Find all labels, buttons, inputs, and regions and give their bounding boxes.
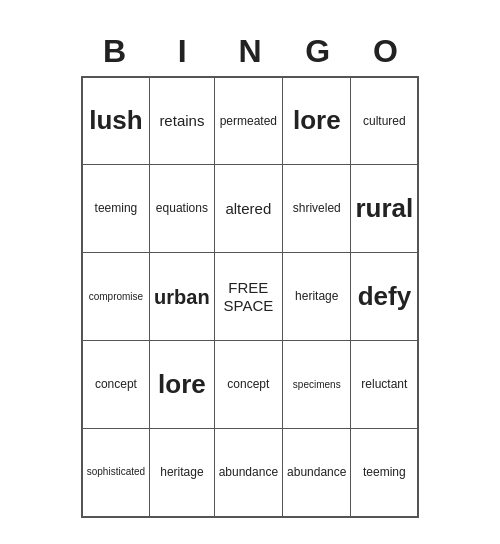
bingo-cell: FREESPACE (214, 253, 282, 341)
cell-text: heritage (154, 465, 210, 479)
bingo-cell: lore (150, 341, 215, 429)
header-letter: G (284, 27, 352, 76)
table-row: sophisticatedheritageabundanceabundancet… (82, 429, 419, 517)
bingo-cell: defy (351, 253, 418, 341)
cell-text: altered (219, 200, 278, 218)
cell-text: teeming (355, 465, 413, 479)
header-letter: N (216, 27, 284, 76)
bingo-cell: heritage (283, 253, 351, 341)
bingo-cell: specimens (283, 341, 351, 429)
bingo-cell: lore (283, 77, 351, 165)
cell-text: abundance (287, 465, 346, 479)
cell-text: abundance (219, 465, 278, 479)
bingo-cell: rural (351, 165, 418, 253)
cell-text: reluctant (355, 377, 413, 391)
cell-text: equations (154, 201, 210, 215)
cell-text: shriveled (287, 201, 346, 215)
header-letter: B (81, 27, 149, 76)
cell-text: FREESPACE (219, 279, 278, 315)
bingo-cell: teeming (351, 429, 418, 517)
cell-text: urban (154, 285, 210, 309)
bingo-cell: concept (82, 341, 150, 429)
bingo-cell: abundance (283, 429, 351, 517)
cell-text: concept (87, 377, 145, 391)
header-letter: O (352, 27, 420, 76)
cell-text: lore (154, 369, 210, 400)
bingo-cell: sophisticated (82, 429, 150, 517)
cell-text: cultured (355, 114, 413, 128)
bingo-cell: shriveled (283, 165, 351, 253)
cell-text: concept (219, 377, 278, 391)
bingo-cell: concept (214, 341, 282, 429)
cell-text: permeated (219, 114, 278, 128)
cell-text: retains (154, 112, 210, 130)
bingo-cell: urban (150, 253, 215, 341)
table-row: compromiseurbanFREESPACEheritagedefy (82, 253, 419, 341)
bingo-cell: retains (150, 77, 215, 165)
bingo-header: BINGO (81, 27, 420, 76)
cell-text: heritage (287, 289, 346, 303)
header-letter: I (148, 27, 216, 76)
cell-text: teeming (87, 201, 145, 215)
bingo-cell: compromise (82, 253, 150, 341)
table-row: teemingequationsalteredshriveledrural (82, 165, 419, 253)
bingo-cell: teeming (82, 165, 150, 253)
cell-text: defy (355, 281, 413, 312)
bingo-cell: heritage (150, 429, 215, 517)
cell-text: compromise (87, 291, 145, 303)
bingo-cell: altered (214, 165, 282, 253)
cell-text: rural (355, 193, 413, 224)
cell-text: specimens (287, 379, 346, 391)
table-row: conceptloreconceptspecimensreluctant (82, 341, 419, 429)
bingo-cell: lush (82, 77, 150, 165)
cell-text: lush (87, 105, 145, 136)
bingo-cell: permeated (214, 77, 282, 165)
bingo-grid: lushretainspermeatedloreculturedteeminge… (81, 76, 420, 518)
bingo-cell: reluctant (351, 341, 418, 429)
bingo-cell: abundance (214, 429, 282, 517)
cell-text: lore (287, 105, 346, 136)
bingo-cell: equations (150, 165, 215, 253)
bingo-cell: cultured (351, 77, 418, 165)
table-row: lushretainspermeatedlorecultured (82, 77, 419, 165)
cell-text: sophisticated (87, 466, 145, 478)
